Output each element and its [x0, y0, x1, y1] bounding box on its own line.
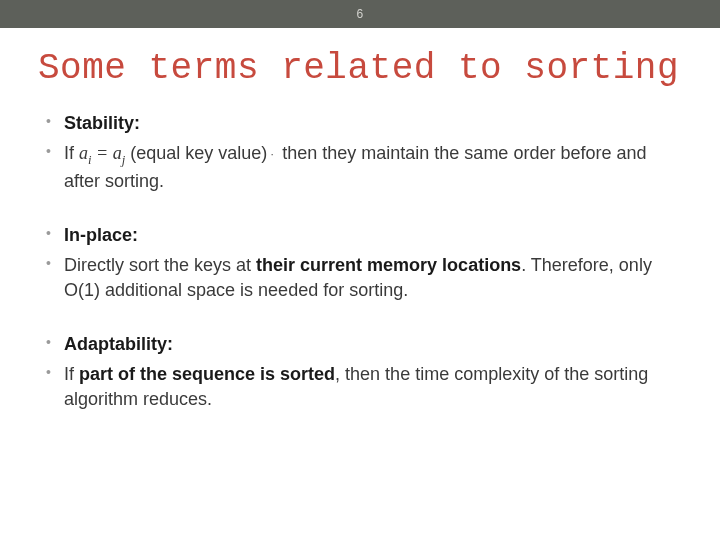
text: If — [64, 364, 79, 384]
inplace-body: Directly sort the keys at their current … — [46, 253, 682, 302]
term-inplace: In-place: — [46, 223, 682, 247]
term-stability: Stability: — [46, 111, 682, 135]
header-bar: 6 — [0, 0, 720, 28]
term-label: Adaptability: — [64, 334, 173, 354]
strong-text: part of the sequence is sorted — [79, 364, 335, 384]
math-aj: aj — [113, 143, 126, 163]
math-eq: = — [92, 143, 113, 163]
math-ai: ai — [79, 143, 92, 163]
term-label: Stability: — [64, 113, 140, 133]
adaptability-body: If part of the sequence is sorted, then … — [46, 362, 682, 411]
separator-dot: · — [267, 146, 277, 162]
page-number: 6 — [356, 7, 363, 21]
text: Directly sort the keys at — [64, 255, 256, 275]
strong-text: their current memory locations — [256, 255, 521, 275]
term-label: In-place: — [64, 225, 138, 245]
stability-body: If ai = aj (equal key value)· then they … — [46, 141, 682, 193]
term-adaptability: Adaptability: — [46, 332, 682, 356]
slide-content: Some terms related to sorting Stability:… — [0, 28, 720, 411]
slide-title: Some terms related to sorting — [38, 48, 682, 89]
text: If — [64, 143, 79, 163]
bullet-list: Stability: If ai = aj (equal key value)·… — [38, 111, 682, 411]
paren-text: (equal key value) — [125, 143, 267, 163]
